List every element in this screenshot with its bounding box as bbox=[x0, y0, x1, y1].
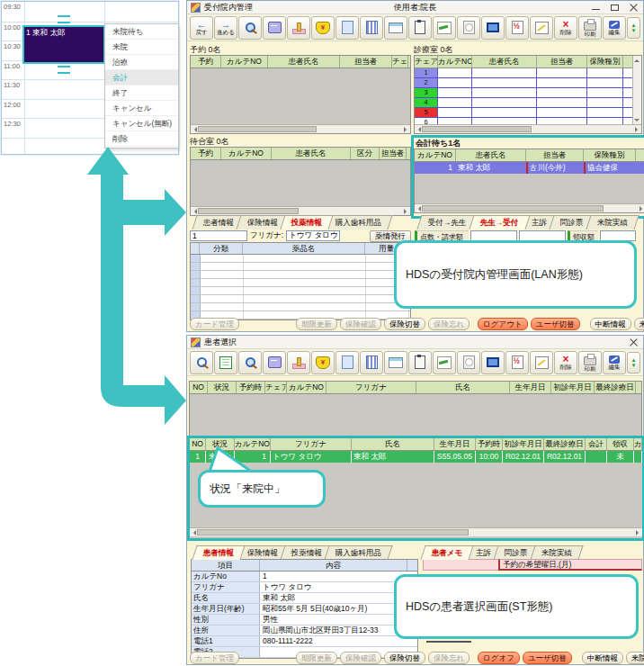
scroll-left-icon[interactable] bbox=[416, 206, 421, 212]
redo-button[interactable]: 進める bbox=[214, 16, 237, 40]
monitor-button[interactable] bbox=[481, 16, 505, 40]
scroll-thumb[interactable] bbox=[198, 126, 317, 132]
bottom-button[interactable]: 保険忘れ bbox=[428, 652, 470, 664]
tab-2[interactable]: 投薬情報 bbox=[280, 215, 333, 230]
undo-button[interactable]: 戻す bbox=[190, 16, 213, 40]
print-button[interactable]: 印刷 bbox=[578, 16, 602, 40]
bottom-button[interactable]: 期限更新 bbox=[296, 318, 337, 330]
write-button[interactable] bbox=[530, 16, 553, 40]
document-button[interactable] bbox=[335, 351, 359, 374]
bottom-button[interactable]: 保険忘れ bbox=[428, 318, 470, 330]
scroll-thumb[interactable] bbox=[422, 205, 604, 212]
monitor-button[interactable] bbox=[481, 351, 505, 374]
bottom-button[interactable]: カード管理 bbox=[190, 652, 239, 664]
close-icon[interactable] bbox=[628, 3, 640, 13]
patient-card-button[interactable] bbox=[263, 351, 286, 374]
bottom-button[interactable]: ユーザ切替 bbox=[523, 652, 572, 664]
calc-button[interactable] bbox=[505, 351, 529, 374]
appointment-block[interactable]: 1 東和 太郎 bbox=[22, 25, 105, 64]
memo-button[interactable] bbox=[384, 351, 407, 374]
bottom-button[interactable]: 来院情報 bbox=[626, 652, 644, 664]
menu-item-6[interactable]: キャンセル(無断) bbox=[105, 116, 178, 131]
tab-4[interactable]: 来院実績 bbox=[586, 215, 639, 230]
write-button[interactable] bbox=[530, 351, 553, 374]
selected-patient-row[interactable]: 1東和 太郎古川(今井)協会健保 bbox=[415, 162, 644, 174]
scroll-left-icon[interactable] bbox=[192, 127, 197, 132]
list-button[interactable] bbox=[214, 351, 237, 374]
refresh-button[interactable] bbox=[627, 17, 640, 39]
tab-0[interactable]: 患者情報 bbox=[192, 545, 245, 560]
horizontal-scrollbar[interactable] bbox=[191, 206, 410, 215]
menu-item-1[interactable]: 来院 bbox=[105, 40, 178, 55]
edit-button[interactable]: 編集 bbox=[603, 351, 626, 374]
scroll-left-icon[interactable] bbox=[191, 530, 196, 536]
tab-3[interactable]: 来院実績 bbox=[530, 545, 583, 560]
delete-button[interactable]: 削除 bbox=[554, 16, 577, 40]
document-button[interactable] bbox=[335, 16, 359, 40]
xray-button[interactable] bbox=[457, 16, 480, 40]
maximize-icon[interactable] bbox=[609, 3, 621, 13]
bottom-button[interactable]: 保険確認 bbox=[340, 652, 381, 664]
payment-button[interactable] bbox=[311, 351, 335, 374]
clipboard-button[interactable] bbox=[408, 16, 432, 40]
ledger-button[interactable] bbox=[360, 351, 383, 374]
vertical-scrollbar[interactable] bbox=[632, 56, 641, 125]
patient-card-button[interactable] bbox=[263, 16, 286, 40]
ledger-button[interactable] bbox=[360, 16, 383, 40]
memo-button[interactable] bbox=[384, 16, 407, 40]
tab-0[interactable]: 患者メモ bbox=[420, 545, 474, 560]
bottom-button[interactable]: ユーザ切替 bbox=[531, 318, 580, 330]
scroll-right-icon[interactable] bbox=[636, 530, 641, 536]
refresh-button[interactable] bbox=[627, 352, 640, 374]
horizontal-scrollbar[interactable] bbox=[190, 527, 642, 536]
appointment-book-button[interactable] bbox=[433, 351, 456, 374]
payment-button[interactable] bbox=[311, 16, 335, 40]
bottom-button[interactable]: 中断情報 bbox=[582, 652, 623, 664]
horizontal-scrollbar[interactable] bbox=[415, 203, 644, 212]
resize-handle-bottom-icon[interactable] bbox=[58, 66, 70, 74]
scroll-left-icon[interactable] bbox=[192, 209, 197, 214]
bottom-button[interactable]: 保険確認 bbox=[340, 318, 381, 330]
karte-no-input[interactable] bbox=[190, 230, 247, 241]
bottom-button[interactable]: カード管理 bbox=[190, 318, 239, 330]
scroll-left-icon[interactable] bbox=[416, 127, 421, 132]
menu-item-5[interactable]: キャンセル bbox=[105, 101, 178, 116]
scroll-right-icon[interactable] bbox=[404, 209, 409, 214]
register-button[interactable] bbox=[190, 351, 213, 374]
bottom-button[interactable]: ログオフ bbox=[478, 652, 520, 664]
calc-button[interactable] bbox=[505, 16, 529, 40]
menu-item-2[interactable]: 治療 bbox=[105, 55, 178, 70]
xray-button[interactable] bbox=[457, 351, 480, 374]
bottom-button[interactable]: 来院情報 bbox=[634, 318, 644, 330]
scroll-right-icon[interactable] bbox=[640, 206, 644, 212]
patient-search-button[interactable] bbox=[238, 351, 262, 374]
bottom-button[interactable]: 保険切替 bbox=[384, 318, 425, 330]
tab-3[interactable]: 購入歯科用品 bbox=[324, 545, 392, 560]
scroll-right-icon[interactable] bbox=[404, 127, 409, 132]
patient-search-button[interactable] bbox=[238, 16, 262, 40]
horizontal-scrollbar[interactable] bbox=[415, 124, 641, 133]
scroll-thumb[interactable] bbox=[422, 126, 532, 132]
edit-button[interactable]: 編集 bbox=[603, 16, 626, 40]
menu-item-4[interactable]: 終了 bbox=[105, 86, 178, 101]
menu-item-3[interactable]: 会計 bbox=[105, 70, 178, 86]
menu-item-0[interactable]: 来院待ち bbox=[105, 24, 178, 40]
scroll-right-icon[interactable] bbox=[635, 127, 640, 132]
bottom-button[interactable]: 期限更新 bbox=[296, 652, 337, 664]
tab-1[interactable]: 先生→受付 bbox=[469, 215, 530, 230]
furigana-input[interactable] bbox=[286, 230, 340, 241]
scroll-thumb[interactable] bbox=[198, 208, 299, 214]
bottom-button[interactable]: 中断情報 bbox=[590, 318, 631, 330]
horizontal-scrollbar[interactable] bbox=[191, 124, 410, 133]
bottom-button[interactable]: ログアウト bbox=[478, 318, 528, 330]
stamp-button[interactable] bbox=[287, 16, 310, 40]
resize-handle-top-icon[interactable] bbox=[58, 15, 70, 23]
appointment-book-button[interactable] bbox=[433, 16, 456, 40]
delete-button[interactable]: 削除 bbox=[554, 351, 577, 374]
scroll-thumb[interactable] bbox=[197, 529, 469, 536]
clipboard-button[interactable] bbox=[408, 351, 432, 374]
minimize-icon[interactable] bbox=[590, 3, 602, 13]
tab-3[interactable]: 購入歯科用品 bbox=[324, 215, 392, 230]
stamp-button[interactable] bbox=[287, 351, 310, 374]
print-button[interactable]: 印刷 bbox=[578, 351, 602, 374]
